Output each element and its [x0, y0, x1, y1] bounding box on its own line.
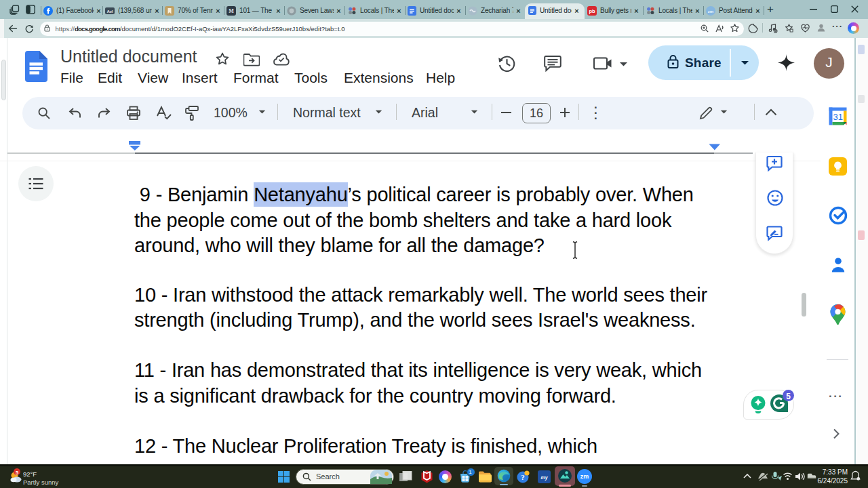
svg-text:my: my — [540, 475, 548, 481]
svg-text:?: ? — [521, 473, 525, 481]
svg-text:31: 31 — [833, 112, 843, 122]
svg-text:Aol: Aol — [107, 9, 113, 13]
svg-text:zm: zm — [708, 9, 713, 13]
svg-text:M: M — [229, 8, 234, 14]
svg-text:pb: pb — [589, 8, 595, 14]
